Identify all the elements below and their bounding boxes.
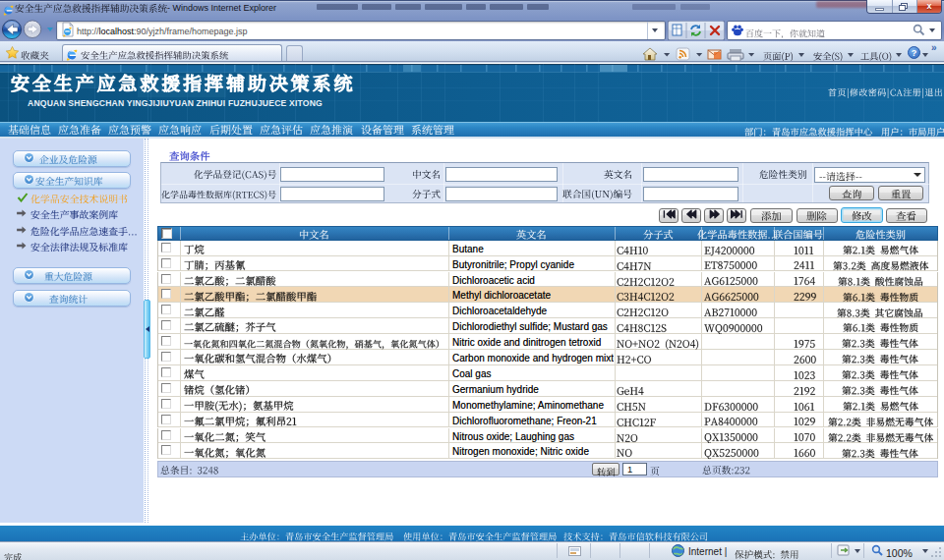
svg-text:?: ? [912,47,917,57]
